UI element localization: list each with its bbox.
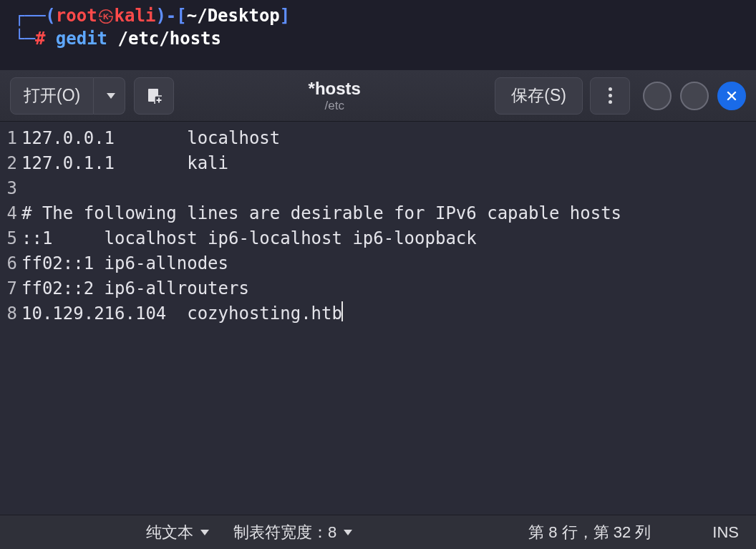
line-number: 7 [0, 276, 21, 301]
close-icon [726, 90, 737, 102]
chevron-down-icon [107, 93, 115, 99]
chevron-down-icon [200, 530, 209, 535]
editor-line: 810.129.216.104 cozyhosting.htb [0, 301, 756, 326]
prompt-host: kali [115, 6, 156, 26]
kebab-icon [609, 87, 612, 104]
title-area: *hosts /etc [181, 79, 488, 113]
line-text: 10.129.216.104 cozyhosting.htb [21, 301, 342, 326]
editor-line: 7ff02::2 ip6-allrouters [0, 276, 756, 301]
line-number: 5 [0, 226, 21, 251]
minimize-button[interactable] [643, 82, 672, 110]
line-number: 8 [0, 301, 21, 326]
terminal-argument: /etc/hosts [118, 29, 222, 49]
open-button-group: 打开(O) [10, 77, 125, 115]
window-controls [643, 82, 746, 110]
open-label: 打开(O) [24, 84, 80, 107]
line-text: 127.0.0.1 localhost [21, 126, 280, 151]
gedit-statusbar: 纯文本 制表符宽度：8 第 8 行，第 32 列 INS [0, 515, 756, 549]
maximize-icon [689, 90, 700, 102]
prompt-path: ~/Desktop [187, 6, 280, 26]
minimize-icon [651, 90, 663, 102]
close-button[interactable] [717, 82, 746, 110]
prompt-symbol: # [35, 29, 45, 49]
line-text: ::1 localhost ip6-localhost ip6-loopback [21, 226, 477, 251]
chevron-down-icon [344, 530, 352, 535]
prompt-user: root [56, 6, 97, 26]
hamburger-menu-button[interactable] [590, 77, 630, 115]
maximize-button[interactable] [680, 82, 709, 110]
line-number: 2 [0, 151, 21, 176]
line-text: ff02::1 ip6-allnodes [21, 251, 228, 276]
new-document-icon [146, 88, 162, 104]
editor-line: 5::1 localhost ip6-localhost ip6-loopbac… [0, 226, 756, 251]
gedit-window: 打开(O) *hosts /etc 保存(S) [0, 70, 756, 549]
prompt-line-2: └─# gedit /etc/hosts [14, 27, 742, 50]
editor-line: 1127.0.0.1 localhost [0, 126, 756, 151]
save-label: 保存(S) [511, 84, 566, 107]
tab-width-selector[interactable]: 制表符宽度：8 [233, 522, 352, 543]
editor-line: 2127.0.1.1 kali [0, 151, 756, 176]
skull-icon: ㉿ [97, 6, 115, 26]
terminal-command: gedit [56, 29, 107, 49]
insert-mode[interactable]: INS [712, 523, 739, 542]
gedit-headerbar: 打开(O) *hosts /etc 保存(S) [0, 70, 756, 122]
terminal-prompt: ┌──(root㉿kali)-[~/Desktop] └─# gedit /et… [0, 0, 756, 58]
save-button[interactable]: 保存(S) [495, 77, 583, 115]
line-number: 3 [0, 176, 21, 201]
syntax-mode-label: 纯文本 [146, 522, 193, 543]
document-title: *hosts [309, 79, 361, 99]
open-button[interactable]: 打开(O) [10, 77, 94, 115]
line-number: 1 [0, 126, 21, 151]
open-recent-dropdown[interactable] [94, 77, 125, 115]
line-text: # The following lines are desirable for … [21, 201, 621, 226]
line-text: ff02::2 ip6-allrouters [21, 276, 249, 301]
editor-line: 6ff02::1 ip6-allnodes [0, 251, 756, 276]
editor-line: 3 [0, 176, 756, 201]
editor-line: 4# The following lines are desirable for… [0, 201, 756, 226]
line-number: 4 [0, 201, 21, 226]
tab-width-label: 制表符宽度：8 [233, 522, 336, 543]
prompt-line-1: ┌──(root㉿kali)-[~/Desktop] [14, 4, 742, 27]
document-path: /etc [325, 99, 344, 113]
new-document-button[interactable] [134, 77, 174, 115]
syntax-mode-selector[interactable]: 纯文本 [146, 522, 209, 543]
editor-area[interactable]: 1127.0.0.1 localhost 2127.0.1.1 kali 3 4… [0, 122, 756, 515]
line-text: 127.0.1.1 kali [21, 151, 228, 176]
cursor-position: 第 8 行，第 32 列 [528, 522, 651, 543]
line-number: 6 [0, 251, 21, 276]
